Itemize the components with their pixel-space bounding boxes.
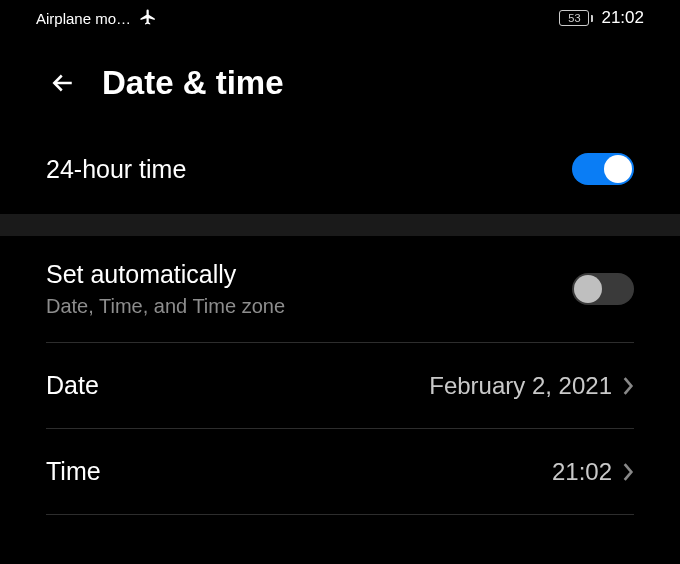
chevron-right-icon xyxy=(622,376,634,396)
toggle-24-hour-time[interactable] xyxy=(572,153,634,185)
status-bar: Airplane mo… 53 21:02 xyxy=(0,0,680,36)
row-set-automatically: Set automatically Date, Time, and Time z… xyxy=(46,236,634,343)
status-clock: 21:02 xyxy=(601,8,644,28)
airplane-icon xyxy=(139,8,157,29)
row-time[interactable]: Time 21:02 xyxy=(46,429,634,515)
toggle-set-automatically[interactable] xyxy=(572,273,634,305)
airplane-mode-label: Airplane mo… xyxy=(36,10,131,27)
page-title: Date & time xyxy=(102,64,284,102)
row-value-time: 21:02 xyxy=(552,458,612,486)
status-right: 53 21:02 xyxy=(559,8,644,28)
row-label-time: Time xyxy=(46,457,101,486)
row-subtitle-auto: Date, Time, and Time zone xyxy=(46,295,285,318)
battery-percent: 53 xyxy=(568,12,580,24)
row-label-auto: Set automatically xyxy=(46,260,285,289)
row-value-date: February 2, 2021 xyxy=(429,372,612,400)
status-left: Airplane mo… xyxy=(36,8,157,29)
section-divider xyxy=(0,214,680,236)
chevron-right-icon xyxy=(622,462,634,482)
row-label-24h: 24-hour time xyxy=(46,155,186,184)
row-label-date: Date xyxy=(46,371,99,400)
battery-indicator: 53 xyxy=(559,10,593,26)
row-date[interactable]: Date February 2, 2021 xyxy=(46,343,634,429)
row-24-hour-time: 24-hour time xyxy=(0,136,680,214)
back-icon[interactable] xyxy=(48,68,78,98)
header: Date & time xyxy=(0,36,680,136)
